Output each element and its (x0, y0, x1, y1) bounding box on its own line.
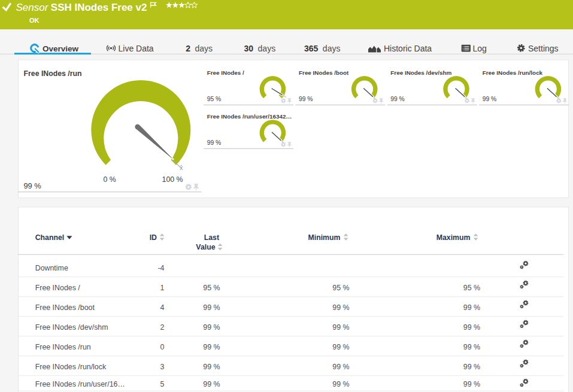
svg-text:Value: Value (196, 243, 215, 251)
svg-text:Live Data: Live Data (119, 44, 154, 53)
svg-text:0 %: 0 % (103, 175, 116, 184)
svg-text:4: 4 (160, 303, 165, 312)
svg-text:OK: OK (29, 17, 40, 24)
svg-text:99 %: 99 % (463, 363, 480, 371)
svg-text:Free INodes /dev/shm: Free INodes /dev/shm (390, 69, 451, 76)
svg-text:365days: 365days (304, 44, 340, 53)
svg-text:30days: 30days (244, 44, 276, 53)
svg-text:99 %: 99 % (332, 343, 349, 351)
svg-text:-4: -4 (157, 264, 164, 272)
svg-text:Free INodes /run/user/16…: Free INodes /run/user/16… (35, 380, 125, 388)
svg-text:Free INodes /run: Free INodes /run (35, 343, 91, 351)
svg-text:Log: Log (473, 44, 487, 53)
svg-text:95 %: 95 % (207, 96, 221, 102)
svg-text:99 %: 99 % (332, 323, 349, 332)
svg-text:2: 2 (160, 323, 165, 332)
svg-text:99 %: 99 % (332, 363, 349, 371)
svg-text:95 %: 95 % (463, 284, 480, 292)
svg-text:Free INodes /run/lock: Free INodes /run/lock (35, 363, 107, 371)
svg-text:ID: ID (150, 233, 157, 242)
svg-text:2days: 2days (186, 44, 213, 53)
svg-text:5: 5 (160, 380, 165, 388)
svg-text:1: 1 (160, 284, 165, 292)
svg-text:Free INodes /run: Free INodes /run (24, 69, 82, 78)
svg-text:99 %: 99 % (463, 303, 480, 312)
svg-text:x̄: x̄ (180, 164, 183, 171)
svg-text:SSH INodes Free v2: SSH INodes Free v2 (51, 2, 147, 13)
svg-text:99 %: 99 % (332, 303, 349, 312)
svg-text:Downtime: Downtime (35, 264, 68, 272)
svg-text:95 %: 95 % (203, 284, 220, 292)
svg-text:100 %: 100 % (162, 175, 183, 184)
svg-text:99 %: 99 % (207, 139, 221, 146)
svg-text:Overview: Overview (43, 44, 79, 53)
svg-text:99 %: 99 % (203, 363, 220, 371)
svg-text:Sensor: Sensor (16, 2, 49, 13)
svg-text:99 %: 99 % (203, 323, 220, 332)
svg-text:95 %: 95 % (332, 284, 349, 292)
svg-text:3: 3 (160, 363, 165, 371)
svg-text:Free INodes /dev/shm: Free INodes /dev/shm (35, 323, 108, 332)
svg-text:99 %: 99 % (463, 343, 480, 351)
svg-text:99 %: 99 % (24, 181, 41, 190)
svg-text:Free INodes /run/lock: Free INodes /run/lock (483, 69, 543, 76)
svg-text:99 %: 99 % (203, 303, 220, 312)
svg-text:99 %: 99 % (463, 323, 480, 332)
svg-text:99 %: 99 % (332, 380, 349, 388)
svg-text:Historic Data: Historic Data (384, 44, 432, 53)
svg-text:99 %: 99 % (203, 343, 220, 351)
svg-text:99 %: 99 % (483, 96, 496, 102)
svg-text:99 %: 99 % (203, 380, 220, 388)
svg-text:Free INodes /run/user/16342…: Free INodes /run/user/16342… (207, 113, 292, 120)
svg-text:Last: Last (204, 233, 219, 242)
svg-text:99 %: 99 % (299, 96, 313, 102)
svg-text:Free INodes /boot: Free INodes /boot (35, 303, 95, 312)
svg-text:99 %: 99 % (463, 380, 480, 388)
svg-text:Free INodes /boot: Free INodes /boot (299, 69, 349, 76)
svg-text:Free INodes /: Free INodes / (35, 284, 81, 292)
svg-text:Minimum: Minimum (308, 233, 341, 242)
svg-text:Settings: Settings (528, 44, 559, 53)
svg-text:Maximum: Maximum (436, 233, 471, 242)
svg-text:0: 0 (160, 343, 165, 351)
svg-text:99 %: 99 % (390, 96, 404, 102)
svg-text:Channel: Channel (35, 233, 65, 242)
svg-text:Free INodes /: Free INodes / (207, 69, 244, 76)
